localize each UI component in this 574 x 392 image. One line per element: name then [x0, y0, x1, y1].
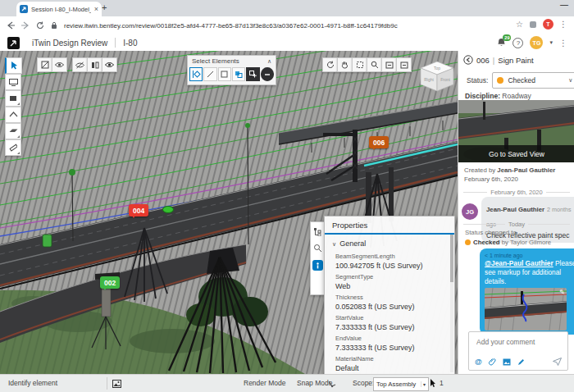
rotate-view-button[interactable]: [322, 57, 338, 72]
browser-tab[interactable]: Session I-80_I-Model_HUB | iTwin ×: [16, 2, 102, 16]
close-tab-icon[interactable]: ×: [94, 6, 98, 13]
markup-pen-icon[interactable]: [517, 358, 525, 366]
mention-icon[interactable]: @: [475, 358, 482, 366]
search-icon[interactable]: [313, 244, 322, 253]
user-avatar[interactable]: TG: [530, 36, 543, 49]
screenshot-icon[interactable]: [112, 380, 121, 388]
status-dropdown[interactable]: Checked ∨: [492, 72, 574, 89]
issue-marker-002[interactable]: 002: [100, 276, 120, 289]
snap-icon[interactable]: [328, 380, 336, 388]
model-viewport[interactable]: Select Elements ∧: [0, 51, 458, 374]
model-tree-icon[interactable]: [313, 227, 322, 236]
scope-label: Scope:: [353, 379, 374, 387]
cube-front-label: Front: [440, 77, 450, 82]
go-to-saved-view-button[interactable]: Go to Saved View: [458, 145, 574, 162]
measure-tool-button[interactable]: [5, 139, 21, 156]
clip-tool-button[interactable]: [5, 107, 21, 123]
properties-info-icon[interactable]: [312, 260, 323, 271]
emphasize-elements-button[interactable]: [102, 57, 117, 72]
status-caret-icon: ∨: [568, 77, 572, 84]
collapse-chevron-icon[interactable]: ∧: [267, 58, 271, 65]
lock-icon: [51, 21, 57, 30]
snap-mode-button[interactable]: Snap Mode: [297, 379, 332, 387]
extensions-icon[interactable]: [529, 21, 537, 29]
browser-url-bar: review.itwin.bentley.com/review/0018f2e5…: [0, 16, 574, 35]
section-tool-button[interactable]: [5, 123, 21, 139]
add-to-selection-button[interactable]: [246, 67, 259, 81]
invert-visibility-button[interactable]: [72, 57, 88, 72]
edit-markup-pencil-icon[interactable]: ✎: [559, 289, 565, 296]
select-tool-button[interactable]: [5, 57, 22, 74]
pick-select-button[interactable]: [189, 67, 203, 81]
date-divider: February 6th, 2020: [463, 189, 570, 196]
header-divider: [115, 38, 116, 48]
bookmark-star-icon[interactable]: ☆: [516, 20, 523, 29]
image-icon[interactable]: [503, 358, 511, 366]
previous-view-button[interactable]: [381, 57, 397, 72]
status-change-entry: Status changed to Checked by Taylor Gilm…: [465, 228, 551, 247]
fit-view-button[interactable]: [352, 57, 367, 72]
select-elements-panel: Select Elements ∧: [187, 55, 276, 85]
my-comment-time: < 1 minute ago: [485, 253, 574, 258]
fence-select-button[interactable]: [232, 67, 245, 81]
navigation-cube[interactable]: Top Right Front: [420, 61, 454, 92]
saved-view-thumbnail[interactable]: Go to Saved View: [458, 100, 574, 162]
mention-link[interactable]: @Jean-Paul Gauthier: [485, 259, 554, 267]
window-minimize-icon[interactable]: —: [560, 0, 568, 9]
back-icon[interactable]: [7, 21, 15, 30]
selection-count: 1: [440, 379, 444, 387]
property-row: StartValue7.333333 ft (US Survey): [325, 311, 454, 331]
remove-from-selection-button[interactable]: [261, 67, 274, 81]
back-circle-icon[interactable]: [463, 55, 473, 65]
status-bar: Identify element Render Mode Snap Mode S…: [0, 374, 574, 392]
app-menu-kebab-icon[interactable]: ⋮: [559, 39, 567, 48]
element-highlight-dot[interactable]: [162, 206, 174, 213]
itwin-logo-icon[interactable]: [7, 37, 20, 49]
render-mode-button[interactable]: Render Mode: [244, 379, 286, 387]
refresh-icon[interactable]: [36, 21, 44, 30]
send-comment-icon[interactable]: [553, 358, 562, 366]
pan-hand-icon: [341, 61, 348, 69]
eye-icon: [55, 62, 64, 68]
help-icon[interactable]: ?: [512, 38, 523, 48]
url-bar-actions: ☆ T ⋮: [516, 19, 567, 30]
select-arrow-icon: [10, 62, 18, 70]
new-tab-button[interactable]: +: [102, 2, 107, 12]
line-select-button[interactable]: [203, 67, 216, 81]
scope-select[interactable]: Top Assembly ▾: [373, 377, 429, 391]
isolate-elements-button[interactable]: [87, 57, 102, 72]
properties-section-general[interactable]: ∨General: [325, 235, 454, 249]
comment-input-box[interactable]: @: [468, 331, 568, 371]
property-row: EndValue7.333333 ft (US Survey): [325, 331, 454, 352]
properties-scrollbar-thumb[interactable]: [450, 235, 453, 282]
layers-tool-button[interactable]: [5, 90, 21, 107]
view-tool-button[interactable]: [5, 74, 21, 90]
zoom-window-button[interactable]: [367, 57, 382, 72]
issue-marker-004[interactable]: 004: [129, 204, 148, 217]
browser-profile-avatar[interactable]: T: [543, 19, 554, 30]
commenter-avatar[interactable]: JG: [462, 203, 478, 220]
hide-elements-button[interactable]: [37, 57, 52, 72]
itwin-design-review-app: Session I-80_I-Model_HUB | iTwin × + — r…: [0, 0, 574, 392]
issue-marker-006[interactable]: 006: [369, 136, 389, 148]
selection-add-icon: [249, 71, 257, 78]
url-text[interactable]: review.itwin.bentley.com/review/0018f2e5…: [64, 22, 474, 30]
created-author: Jean-Paul Gauthier: [497, 166, 555, 174]
issue-sidebar: 006 | Sign Paint Status: Checked ∨ Disci…: [458, 51, 574, 374]
pan-view-button[interactable]: [337, 57, 353, 72]
next-view-button[interactable]: [396, 57, 412, 72]
notifications-bell-icon[interactable]: 29: [497, 38, 506, 48]
show-all-button[interactable]: [52, 57, 67, 72]
chevron-down-icon: ∨: [332, 241, 336, 247]
markup-image: [485, 288, 567, 330]
attach-icon[interactable]: [489, 358, 496, 366]
browser-menu-kebab-icon[interactable]: ⋮: [559, 20, 567, 29]
my-comment-bubble[interactable]: < 1 minute ago @Jean-Paul Gauthier Pleas…: [480, 248, 574, 335]
comment-input[interactable]: [475, 337, 565, 347]
forward-icon[interactable]: [21, 21, 30, 30]
user-menu-caret-icon[interactable]: ▾: [549, 39, 553, 46]
box-select-button[interactable]: [218, 67, 231, 81]
markup-thumbnail[interactable]: ✎: [485, 288, 567, 330]
project-name[interactable]: I-80: [123, 39, 137, 48]
scope-caret-icon: ▾: [421, 381, 426, 387]
